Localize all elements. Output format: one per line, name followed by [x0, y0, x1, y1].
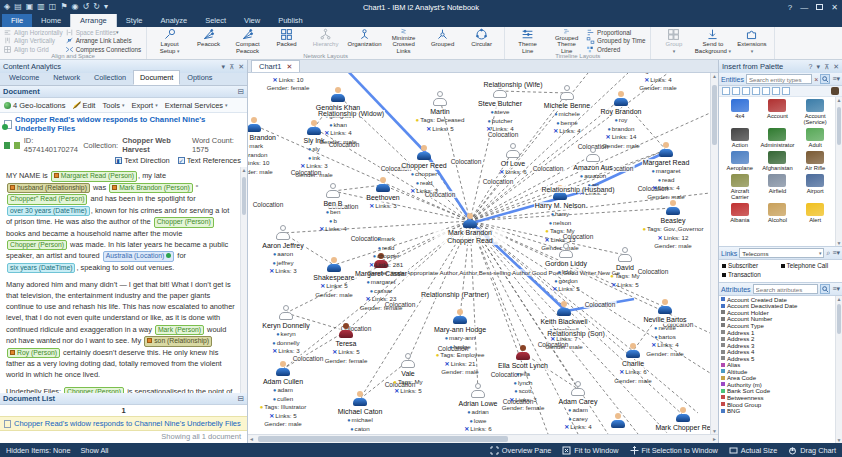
link-type-transaction[interactable]: Transaction [722, 271, 781, 278]
chart-node-harry-m-nelson[interactable]: Harry M. Nelson●harry●nelson●Tags: My✕Li… [524, 185, 596, 252]
close-button[interactable]: ✕ [831, 3, 838, 12]
links-search-icon[interactable]: ⌕ [826, 249, 830, 257]
flag-icon[interactable]: ⚑ [60, 0, 67, 14]
chart-node-cluster[interactable] [582, 413, 654, 429]
ribbon-tab-select[interactable]: Select [196, 14, 235, 27]
entity-chip-dt[interactable]: six years (DateTime) [7, 263, 75, 274]
entity-chip-loc[interactable]: Australia (Location) [103, 251, 175, 262]
external-services-menu[interactable]: External Services▾ [165, 101, 228, 110]
palette-pin-icon[interactable]: ⊼ [824, 63, 829, 71]
text-references-toggle[interactable]: ✓Text References [178, 156, 241, 165]
search-icon[interactable] [820, 74, 830, 84]
chart-node-keith-blackwell[interactable]: Keith Blackwell●blackwell✕Links: 7Gender… [528, 301, 600, 351]
help-button[interactable]: ? [788, 3, 792, 12]
chart-node-cluster[interactable]: ●mark●read●chopper✕Links: 281Gender: mal… [350, 235, 422, 277]
redo-icon[interactable]: ↻ [93, 0, 100, 14]
entity-type-air-rifle[interactable]: Air Rifle [796, 151, 834, 171]
table-icon[interactable] [4, 142, 10, 149]
panel-pin-icon[interactable]: ⊼ [229, 63, 234, 71]
chart-horizontal-scrollbar[interactable]: ◄► [248, 434, 718, 443]
proportional-button[interactable]: Proportional [586, 28, 645, 37]
filter-icon[interactable] [752, 87, 760, 95]
entity-type-alert[interactable]: Alert [796, 203, 834, 223]
chart-node-cluster[interactable]: ●read✕Links: 10Gender: female [252, 73, 324, 92]
grouped-theme-line-button[interactable]: Grouped ThemeLine [548, 28, 585, 54]
entity-chip-person[interactable]: Chopper (Person) [64, 387, 124, 393]
entity-type-alcohol[interactable]: Alcohol [759, 203, 797, 223]
tab-collection[interactable]: Collection [87, 70, 133, 85]
tab-welcome[interactable]: Welcome [2, 70, 46, 85]
export-menu[interactable]: Export▾ [132, 101, 158, 110]
chart-node-michael-caton[interactable]: Michael Caton●michael●caton [324, 391, 396, 433]
chart-node-adam-cullen[interactable]: Adam Cullen●adam●cullen●Tags: Illustrato… [248, 361, 319, 428]
ribbon-tab-view[interactable]: View [235, 14, 269, 27]
space-entities-button[interactable]: Space Entities ▾ [65, 28, 141, 37]
peacock-button[interactable]: Peacock [190, 28, 227, 54]
ribbon-tab-style[interactable]: Style [117, 14, 152, 27]
search-icon[interactable]: ◉ [72, 0, 79, 14]
compact-peacock-button[interactable]: CompactPeacock [229, 28, 266, 54]
edit-button[interactable]: Edit [73, 101, 96, 110]
entity-type-action[interactable]: Action [721, 128, 759, 148]
grouped-by-time-button[interactable]: Grouped by Time [586, 37, 645, 46]
theme-line-button[interactable]: ThemeLine [509, 28, 546, 54]
chart-node-mary-ann-hodge[interactable]: Mary-ann Hodge●mary-ann●hodge●Tags: Empl… [424, 309, 496, 376]
chart-node-steve-butcher[interactable]: Steve Butcher●steve●butcher✕Links: 4 [464, 83, 536, 134]
entity-chip-person[interactable]: Margaret Read (Person) [51, 171, 137, 182]
chart-vertical-scrollbar[interactable]: ▲▼ [710, 73, 718, 434]
entity-type-4x4[interactable]: 4x4 [721, 99, 759, 125]
filter-icon[interactable] [782, 87, 790, 95]
extensions-button[interactable]: Extensions▾ [733, 28, 770, 54]
chart-node-margaret-read[interactable]: Margaret Read●margaret●read✕Links: 4Gend… [630, 142, 702, 200]
minimize-crossed-links-button[interactable]: Minimize CrossedLinks [385, 28, 422, 54]
minimize-button[interactable]: — [800, 3, 808, 12]
document-list-item[interactable]: Chopper Read's widow responds to Channel… [0, 416, 247, 431]
colocation-link-label[interactable]: Colocation [252, 201, 285, 208]
entity-type-airfield[interactable]: Airfield [759, 174, 797, 200]
tab-document[interactable]: Document [133, 70, 180, 85]
panel-close-icon[interactable]: ✕ [238, 63, 244, 71]
document-list-page[interactable]: 1 [0, 405, 247, 416]
chart-node-mark-chopper-re[interactable]: Mark Chopper Re●mark [647, 407, 710, 434]
entity-type-administrator[interactable]: Administrator [759, 128, 797, 148]
entity-type-airport[interactable]: Airport [796, 174, 834, 200]
relationship-link-label[interactable]: Relationship (Husband) [540, 186, 615, 193]
entity-chip-person[interactable]: Mark Brandon (Person) [109, 183, 193, 194]
filter-icon[interactable] [732, 87, 740, 95]
chart-node-of-love[interactable]: Of Love✕Links: 6 [477, 143, 549, 177]
geo-locations-button[interactable]: 4 Geo-locations [4, 101, 66, 110]
align-horizontally-button[interactable]: Align Horizontally [3, 28, 63, 37]
collapse-icon[interactable]: ⊟ [238, 394, 244, 403]
document-title-link[interactable]: Chopper Read's widow responds to Channel… [15, 115, 243, 133]
collapse-icon[interactable]: ⊟ [238, 87, 244, 96]
entity-chip-rel[interactable]: son (Relationship) [144, 336, 212, 347]
entity-type-aeroplane[interactable]: Aeroplane [721, 151, 759, 171]
chart-node-cluster[interactable]: ●Tags: Journalist✕Links: 4Gender: male [622, 73, 694, 92]
links-category-select[interactable]: Telecoms▾ [739, 248, 824, 258]
fit-selection-to-window-button[interactable]: Fit Selection to Window [630, 446, 718, 455]
link-type-telephone-call[interactable]: Telephone Call [781, 262, 840, 269]
search-icon[interactable] [820, 284, 830, 294]
entity-chip-person[interactable]: Chopper” Read (Person) [7, 194, 87, 205]
entity-type-afghanistan[interactable]: Afghanistan [759, 151, 797, 171]
print-icon[interactable]: ◫ [49, 0, 57, 14]
chart-node-beethoven[interactable]: Beethoven✕Links: 3 [347, 177, 419, 211]
grouped-button[interactable]: Grouped [424, 28, 461, 54]
attributes-scrollbar[interactable]: ▲▼ [835, 296, 842, 443]
fit-to-window-button[interactable]: Fit to Window [562, 446, 618, 455]
attribute-bng[interactable]: BNG [719, 407, 842, 414]
ribbon-tab-publish[interactable]: Publish [269, 14, 312, 27]
packed-button[interactable]: Packed [268, 28, 305, 54]
entity-chip-person[interactable]: Roy (Person) [7, 348, 60, 359]
colocation-link-label[interactable]: Colocation [482, 178, 515, 185]
group-button[interactable]: Group▾ [655, 28, 692, 54]
layout-setup-button[interactable]: LayoutSetup ▾ [151, 28, 188, 54]
open-icon[interactable]: ▣ [26, 0, 34, 14]
panel-dropdown-icon[interactable]: ▾ [221, 63, 225, 71]
restore-button[interactable] [816, 4, 823, 10]
actual-size-button[interactable]: Actual Size [729, 446, 778, 455]
entity-type-account[interactable]: Account [759, 99, 797, 125]
drag-chart-button[interactable]: Drag Chart [788, 446, 836, 455]
entity-search-input[interactable] [746, 74, 812, 84]
hierarchy-button[interactable]: Hierarchy [307, 28, 344, 54]
